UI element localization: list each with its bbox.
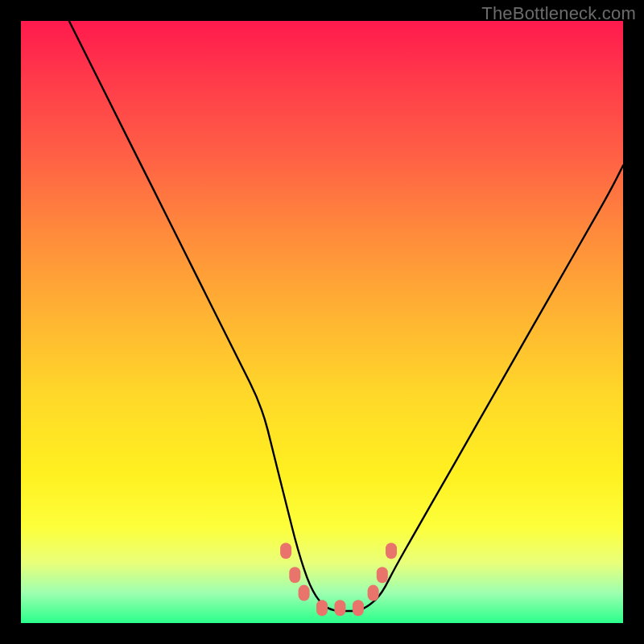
curve-marker <box>289 567 300 583</box>
curve-marker <box>316 600 328 616</box>
bottleneck-curve-svg <box>21 21 623 623</box>
curve-marker <box>299 585 310 601</box>
chart-frame: TheBottleneck.com <box>0 0 644 644</box>
curve-marker <box>280 543 291 559</box>
curve-marker <box>368 585 379 601</box>
curve-marker <box>353 600 364 616</box>
plot-area <box>21 21 623 623</box>
curve-marker <box>377 567 388 583</box>
bottleneck-curve-path <box>69 21 623 611</box>
curve-marker <box>334 600 345 616</box>
curve-marker <box>386 543 397 559</box>
curve-markers <box>280 543 397 616</box>
